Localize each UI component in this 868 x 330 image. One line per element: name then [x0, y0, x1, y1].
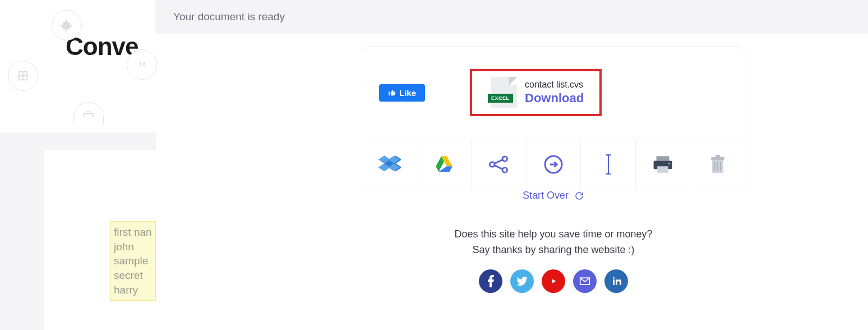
pitch-line-2: Say thanks by sharing the website :)	[362, 242, 745, 258]
download-label[interactable]: Download	[525, 91, 584, 106]
status-message: Your document is ready	[173, 11, 285, 23]
quote-icon	[127, 49, 157, 80]
svg-rect-3	[657, 166, 668, 172]
dropbox-button[interactable]	[362, 139, 417, 190]
like-button[interactable]: Like	[379, 84, 425, 102]
status-banner: Your document is ready	[155, 0, 868, 34]
facebook-share[interactable]	[479, 269, 502, 293]
youtube-icon	[548, 276, 558, 286]
download-box[interactable]: EXCEL contact list.cvs Download	[470, 69, 602, 116]
email-share[interactable]	[573, 269, 597, 293]
svg-point-4	[668, 163, 670, 164]
social-row	[362, 269, 745, 293]
twitter-icon	[516, 277, 528, 286]
result-card: Like EXCEL contact list.cvs Download	[362, 46, 745, 190]
twitter-share[interactable]	[510, 269, 534, 293]
file-badge: EXCEL	[488, 94, 513, 103]
pitch-text: Does this site help you save time or mon…	[362, 227, 745, 258]
linkedin-icon	[611, 276, 621, 286]
puzzle-icon	[52, 10, 82, 40]
preview-row: john	[114, 240, 152, 254]
preview-row: harry	[114, 283, 152, 297]
filename: contact list.cvs	[525, 80, 584, 90]
preview-row: secret	[114, 268, 152, 283]
rename-button[interactable]	[580, 139, 635, 190]
download-text: contact list.cvs Download	[525, 80, 584, 106]
start-over-label: Start Over	[523, 190, 569, 201]
thumbs-up-icon	[388, 89, 396, 97]
export-button[interactable]	[526, 139, 581, 190]
facebook-icon	[487, 275, 494, 287]
google-drive-icon	[433, 154, 455, 175]
action-row	[362, 139, 745, 190]
export-icon	[543, 154, 564, 175]
trash-icon	[708, 154, 727, 175]
printer-icon	[652, 154, 674, 175]
email-icon	[579, 277, 590, 286]
svg-rect-1	[657, 156, 670, 161]
refresh-icon	[574, 191, 584, 201]
rename-icon	[603, 154, 614, 175]
start-over-button[interactable]: Start Over	[523, 190, 584, 201]
delete-button[interactable]	[690, 139, 745, 190]
excel-file-icon: EXCEL	[491, 77, 517, 108]
share-icon	[489, 155, 508, 174]
linkedin-share[interactable]	[604, 269, 628, 293]
archive-icon	[73, 102, 104, 125]
print-button[interactable]	[635, 139, 690, 190]
grid-icon	[8, 61, 38, 91]
preview-row: first nan	[114, 225, 152, 240]
share-button[interactable]	[471, 139, 526, 190]
youtube-share[interactable]	[542, 269, 565, 293]
svg-rect-6	[711, 157, 724, 160]
dropbox-icon	[377, 154, 401, 175]
google-drive-button[interactable]	[417, 139, 472, 190]
svg-rect-7	[715, 155, 720, 157]
pitch-line-1: Does this site help you save time or mon…	[362, 227, 745, 242]
data-preview: first nan john sample secret harry	[110, 221, 156, 301]
result-top: Like EXCEL contact list.cvs Download	[362, 47, 745, 139]
start-over-row: Start Over	[362, 190, 745, 201]
preview-row: sample	[114, 254, 152, 268]
like-label: Like	[399, 88, 416, 98]
